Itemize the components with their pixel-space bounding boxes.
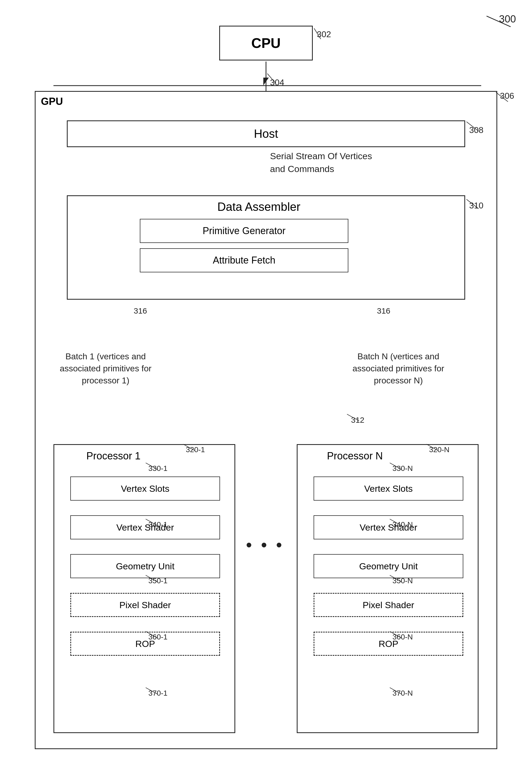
svg-line-18: [496, 92, 508, 102]
geometry-unit-N-label: Geometry Unit: [359, 561, 418, 571]
diagram: 300 CPU 302 304 GPU 306 Host 308 Serial …: [0, 0, 532, 766]
svg-line-28: [146, 688, 158, 694]
svg-line-26: [146, 575, 158, 582]
cpu-label: CPU: [251, 35, 281, 51]
primitive-generator-box: Primitive Generator: [140, 219, 348, 243]
ref312-arrow: [346, 413, 364, 423]
vertex-slots-1-box: Vertex Slots: [70, 476, 220, 500]
vertex-slots-1-label: Vertex Slots: [121, 483, 169, 494]
processorN-box: Processor N Vertex Slots Vertex Shader G…: [297, 444, 479, 733]
gpu-label: GPU: [41, 96, 63, 107]
svg-line-19: [467, 122, 479, 131]
svg-line-20: [347, 414, 359, 421]
batchN-label: Batch N (vertices and associated primiti…: [342, 351, 454, 386]
processor1-label: Processor 1: [60, 449, 141, 466]
svg-line-34: [390, 688, 402, 694]
processorN-label: Processor N: [303, 449, 383, 466]
pixel-shader-N-box: Pixel Shader: [314, 593, 463, 617]
data-assembler-label: Data Assembler: [73, 200, 300, 214]
pixel-shader-1-label: Pixel Shader: [119, 600, 171, 610]
ref300-label: 300: [499, 13, 516, 25]
host-box: Host: [67, 120, 465, 147]
svg-line-31: [390, 519, 402, 526]
svg-line-30: [390, 463, 402, 469]
svg-line-17: [267, 74, 275, 83]
ref302-arrow: [313, 26, 329, 42]
host-label: Host: [254, 127, 278, 140]
svg-line-29: [426, 444, 438, 451]
svg-line-33: [390, 632, 402, 638]
data-assembler-box: Data Assembler Primitive Generator 312 A…: [67, 195, 465, 300]
cpu-box: CPU: [219, 26, 313, 60]
geometry-unit-1-label: Geometry Unit: [116, 561, 174, 571]
vertex-slots-N-label: Vertex Slots: [364, 483, 413, 494]
ref310-arrow: [465, 198, 487, 212]
ref308-arrow: [465, 120, 487, 134]
primitive-generator-label: Primitive Generator: [203, 225, 286, 237]
svg-line-25: [146, 519, 158, 526]
ref316-right: 316: [377, 306, 390, 316]
vertex-slots-N-box: Vertex Slots: [314, 476, 463, 500]
dots-label: • • •: [246, 535, 284, 555]
ref306-arrow: [495, 91, 516, 104]
batch1-label: Batch 1 (vertices and associated primiti…: [52, 351, 159, 386]
svg-line-16: [314, 28, 321, 39]
pixel-shader-N-label: Pixel Shader: [363, 600, 414, 610]
ref304-arrow: [265, 72, 286, 86]
svg-line-22: [467, 199, 479, 209]
svg-line-24: [146, 463, 158, 469]
ref316-left: 316: [134, 306, 147, 316]
svg-line-23: [183, 444, 195, 451]
attribute-fetch-box: Attribute Fetch: [140, 248, 348, 272]
serial-stream-label: Serial Stream Of Vertices and Commands: [270, 150, 372, 175]
svg-line-27: [146, 632, 158, 638]
attribute-fetch-label: Attribute Fetch: [213, 255, 275, 266]
svg-line-32: [390, 575, 402, 582]
pixel-shader-1-box: Pixel Shader: [70, 593, 220, 617]
